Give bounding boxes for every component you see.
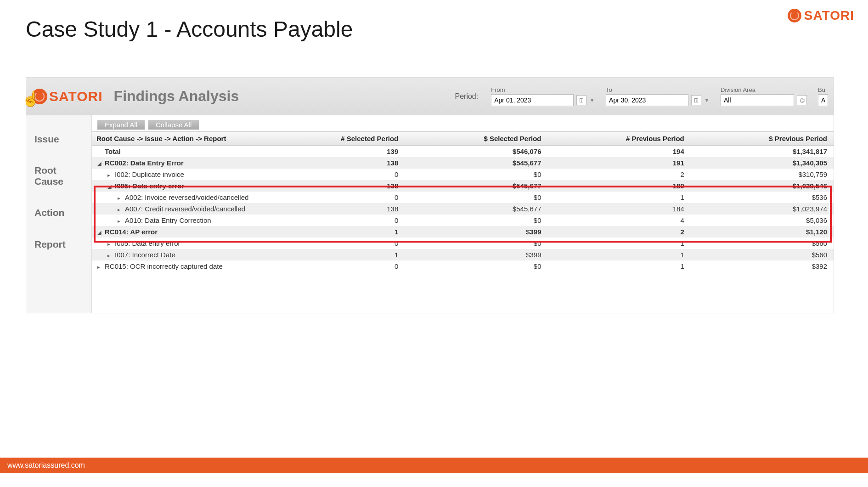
footer-url: www.satoriassured.com — [7, 461, 85, 470]
expand-all-button[interactable]: Expand All — [97, 120, 145, 130]
cell-value: 1 — [548, 260, 691, 272]
cell-value: $545,677 — [405, 157, 547, 169]
org-icon[interactable]: ⌬ — [797, 95, 807, 105]
cell-value: $1,341,817 — [691, 146, 834, 158]
cell-value: $1,120 — [691, 226, 834, 238]
table-row[interactable]: ▸A010: Data Entry Correction0$04$5,036 — [92, 215, 834, 226]
col-path[interactable]: Root Cause -> Issue -> Action -> Report — [92, 132, 262, 146]
row-label: ▸I005: Data entry error — [92, 238, 262, 249]
table-row[interactable]: ▸I005: Data entry error0$01$560 — [92, 238, 834, 249]
collapse-all-button[interactable]: Collapse All — [148, 120, 199, 130]
sidebar-item-action[interactable]: Action — [34, 207, 91, 218]
cell-value: 184 — [548, 203, 691, 215]
from-date-input[interactable] — [491, 94, 574, 106]
sidebar-item-issue[interactable]: Issue — [34, 134, 91, 145]
table-row[interactable]: Total139$546,076194$1,341,817 — [92, 146, 834, 158]
bu-input[interactable] — [818, 94, 828, 106]
row-label: ▸A002: Invoice reversed/voided/cancelled — [92, 192, 262, 203]
app-logo: SATORI — [32, 89, 103, 104]
cell-value: $0 — [405, 215, 547, 226]
slide-title: Case Study 1 - Accounts Payable — [26, 17, 353, 42]
row-label: ▸A010: Data Entry Correction — [92, 215, 262, 226]
table-row[interactable]: ▸I002: Duplicate invoice0$02$310,759 — [92, 169, 834, 180]
period-label: Period: — [455, 92, 479, 101]
logo-orb-icon — [788, 9, 801, 23]
row-label: Total — [92, 146, 262, 158]
cell-value: $0 — [405, 260, 547, 272]
row-label: ▸I002: Duplicate invoice — [92, 169, 262, 180]
row-label: ▸RC015: OCR incorrectly captured date — [92, 260, 262, 272]
row-label: ▸I007: Incorrect Date — [92, 249, 262, 260]
cell-value: $399 — [405, 226, 547, 238]
to-date-input[interactable] — [606, 94, 688, 106]
cell-value: 138 — [262, 180, 405, 192]
row-label: ◢RC002: Data Entry Error — [92, 157, 262, 169]
cell-value: 4 — [548, 215, 691, 226]
cell-value: 0 — [262, 169, 405, 180]
cell-value: $1,029,546 — [691, 180, 834, 192]
cell-value: $560 — [691, 249, 834, 260]
from-label: From — [491, 86, 595, 93]
row-label: ◢RC014: AP error — [92, 226, 262, 238]
filter-bu: Bu — [818, 86, 828, 106]
cell-value: $546,076 — [405, 146, 547, 158]
cell-value: 2 — [548, 226, 691, 238]
table-row[interactable]: ▸RC015: OCR incorrectly captured date0$0… — [92, 260, 834, 272]
table-row[interactable]: ◢RC002: Data Entry Error138$545,677191$1… — [92, 157, 834, 169]
col-selected-count[interactable]: # Selected Period — [262, 132, 405, 146]
cell-value: $1,023,974 — [691, 203, 834, 215]
division-input[interactable] — [721, 94, 794, 106]
cell-value: 1 — [548, 238, 691, 249]
expand-icon[interactable]: ▸ — [107, 241, 113, 247]
cell-value: 138 — [262, 203, 405, 215]
sidebar-item-report[interactable]: Report — [34, 239, 91, 250]
expand-icon[interactable]: ▸ — [97, 264, 103, 270]
col-selected-amount[interactable]: $ Selected Period — [405, 132, 547, 146]
expand-icon[interactable]: ◢ — [107, 184, 113, 190]
table-row[interactable]: ◢RC014: AP error1$3992$1,120 — [92, 226, 834, 238]
row-label: ◢I005: Data entry error — [92, 180, 262, 192]
cell-value: $0 — [405, 169, 547, 180]
cell-value: 2 — [548, 169, 691, 180]
col-previous-count[interactable]: # Previous Period — [548, 132, 691, 146]
cell-value: 1 — [262, 226, 405, 238]
table-row[interactable]: ◢I005: Data entry error138$545,677189$1,… — [92, 180, 834, 192]
cell-value: 0 — [262, 215, 405, 226]
brand-wordmark: SATORI — [49, 89, 103, 104]
expand-icon[interactable]: ▸ — [118, 218, 123, 224]
expand-icon[interactable]: ◢ — [97, 230, 103, 236]
findings-table: Root Cause -> Issue -> Action -> Report … — [92, 131, 834, 272]
cell-value: $560 — [691, 238, 834, 249]
table-row[interactable]: ▸A002: Invoice reversed/voided/cancelled… — [92, 192, 834, 203]
brand-wordmark: SATORI — [804, 8, 854, 23]
expand-icon[interactable]: ▸ — [118, 195, 123, 201]
cell-value: $310,759 — [691, 169, 834, 180]
sidebar: Issue Root Cause Action Report — [26, 115, 91, 313]
cell-value: $536 — [691, 192, 834, 203]
division-label: Division Area — [721, 86, 807, 93]
expand-icon[interactable]: ▸ — [118, 207, 123, 213]
cell-value: 191 — [548, 157, 691, 169]
cell-value: $545,677 — [405, 203, 547, 215]
cell-value: 1 — [548, 192, 691, 203]
dropdown-icon[interactable]: ▼ — [589, 97, 595, 103]
expand-icon[interactable]: ◢ — [97, 161, 103, 167]
calendar-icon[interactable]: 🗓 — [576, 95, 586, 105]
cell-value: $0 — [405, 238, 547, 249]
dropdown-icon[interactable]: ▼ — [704, 97, 710, 103]
app-header: SATORI Findings Analysis Period: From 🗓 … — [26, 78, 834, 115]
sidebar-item-root-cause[interactable]: Root Cause — [34, 165, 91, 187]
table-row[interactable]: ▸I007: Incorrect Date1$3991$560 — [92, 249, 834, 260]
cell-value: 0 — [262, 192, 405, 203]
col-previous-amount[interactable]: $ Previous Period — [691, 132, 834, 146]
calendar-icon[interactable]: 🗓 — [691, 95, 701, 105]
cell-value: $5,036 — [691, 215, 834, 226]
cell-value: 1 — [548, 249, 691, 260]
filter-division: Division Area ⌬ — [721, 86, 807, 106]
cell-value: $0 — [405, 192, 547, 203]
brand-logo-corner: SATORI — [788, 8, 854, 23]
table-row[interactable]: ▸A007: Credit reversed/voided/cancelled1… — [92, 203, 834, 215]
cursor-hand-icon: ☝ — [22, 90, 40, 108]
expand-icon[interactable]: ▸ — [107, 253, 113, 259]
expand-icon[interactable]: ▸ — [107, 172, 113, 178]
